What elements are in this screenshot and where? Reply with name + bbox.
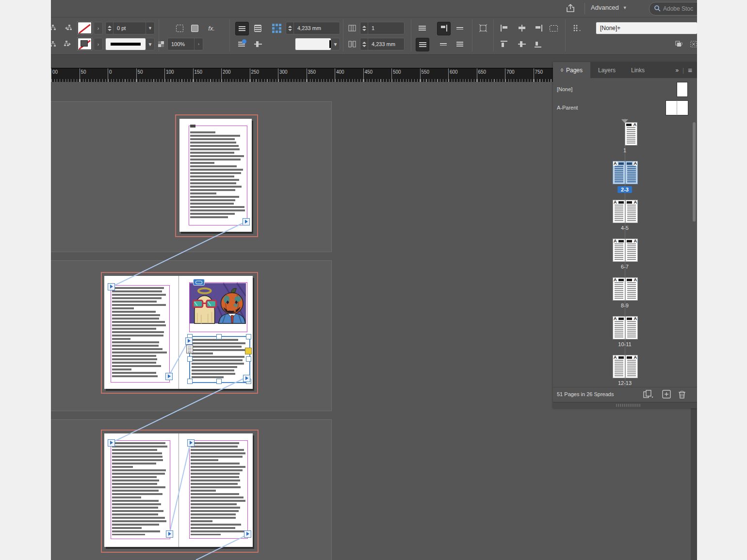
page-thumbnail[interactable]: A xyxy=(613,239,625,262)
stroke-options-button[interactable]: › xyxy=(94,38,103,50)
frame-fitting-icon[interactable] xyxy=(477,22,489,34)
spread-label[interactable]: 8-9 xyxy=(621,303,629,308)
frame-corner-icon[interactable] xyxy=(173,22,186,34)
text-frame-page-3[interactable] xyxy=(192,339,246,379)
page-thumbnail[interactable]: A xyxy=(613,355,625,378)
swatch-preview-chevron[interactable]: ▼ xyxy=(331,38,340,50)
page-thumbnail[interactable]: A xyxy=(625,122,637,145)
columns-stepper[interactable] xyxy=(360,22,368,34)
image-frame[interactable] xyxy=(189,282,247,332)
drop-shadow-icon[interactable] xyxy=(188,22,201,34)
page-thumbnail[interactable]: A xyxy=(625,200,638,223)
y-offset-stepper[interactable] xyxy=(286,22,294,34)
stroke-weight-field[interactable]: 0 pt ▼ xyxy=(105,22,155,34)
align-middle-vertical-icon[interactable] xyxy=(516,38,528,50)
out-port[interactable] xyxy=(244,530,251,538)
spread-label[interactable]: 12-13 xyxy=(618,380,632,386)
panel-menu-icon[interactable]: ≡ xyxy=(688,66,692,74)
selection-handle[interactable] xyxy=(216,334,222,339)
page-thumbnail[interactable]: A xyxy=(625,239,638,262)
small-text-frame[interactable] xyxy=(190,125,195,128)
parent-a-left-thumbnail[interactable] xyxy=(666,100,677,115)
spread-row-4-5[interactable]: AA4-5 xyxy=(553,196,691,235)
parent-a-right-thumbnail[interactable] xyxy=(677,100,688,115)
no-text-wrap-icon[interactable] xyxy=(235,22,249,35)
stroke-swatch-none[interactable] xyxy=(78,38,92,50)
effects-fx-icon[interactable]: fx. xyxy=(205,22,218,34)
break-link-to-style-icon[interactable] xyxy=(687,38,697,50)
stroke-weight-stepper[interactable] xyxy=(106,22,114,34)
selection-handle[interactable] xyxy=(246,356,251,362)
spread-label[interactable]: 10-11 xyxy=(618,341,631,347)
corner-radius-handle[interactable] xyxy=(245,348,252,354)
numbered-list-icon[interactable] xyxy=(416,38,429,51)
align-left-icon[interactable] xyxy=(498,22,511,34)
adobe-stock-search[interactable]: Adobe Stoc xyxy=(649,2,697,16)
spread-row-6-7[interactable]: AA6-7 xyxy=(553,235,691,273)
page-thumbnail[interactable]: A xyxy=(613,200,625,223)
share-icon[interactable] xyxy=(565,3,576,16)
workspace-switcher[interactable]: Advanced ▼ xyxy=(591,4,627,11)
horizontal-ruler[interactable]: 0050050100150200250300350400450500550600… xyxy=(51,68,553,82)
gutter-field[interactable]: 4,233 mm xyxy=(360,38,405,50)
panel-resize-grip[interactable] xyxy=(553,402,697,408)
selection-handle[interactable] xyxy=(216,379,222,384)
selection-handle[interactable] xyxy=(246,334,251,339)
tab-links[interactable]: Links xyxy=(623,62,652,78)
in-port[interactable] xyxy=(185,337,193,345)
reference-point-proxy[interactable] xyxy=(270,22,283,34)
parent-row-a-parent[interactable]: A-Parent xyxy=(553,99,697,117)
clear-overrides-icon[interactable] xyxy=(673,38,685,50)
link-badge-icon[interactable] xyxy=(193,279,205,286)
page-thumbnail[interactable]: A xyxy=(613,161,625,184)
align-top-edge-icon[interactable] xyxy=(454,22,466,34)
page-thumbnail[interactable]: A xyxy=(613,316,625,339)
wrap-around-object-icon[interactable] xyxy=(235,38,248,50)
text-frame-page-4[interactable] xyxy=(112,442,167,535)
edit-page-size-icon[interactable] xyxy=(643,390,653,400)
tab-layers[interactable]: Layers xyxy=(590,62,623,78)
text-frame-page-1[interactable] xyxy=(190,131,245,222)
spread-row-1[interactable]: A1 xyxy=(553,118,691,157)
chevron-down-icon[interactable]: ▼ xyxy=(146,22,154,34)
tab-pages[interactable]: ◊Pages xyxy=(553,62,590,78)
in-port[interactable] xyxy=(108,283,115,290)
spread-label[interactable]: 4-5 xyxy=(621,225,629,231)
in-port[interactable] xyxy=(108,439,115,447)
out-port[interactable] xyxy=(243,375,250,382)
align-top-icon[interactable] xyxy=(498,38,511,50)
select-container-icon[interactable] xyxy=(51,22,59,34)
vertical-justify-center-icon[interactable] xyxy=(437,38,450,50)
spread-label[interactable]: 6-7 xyxy=(621,264,629,270)
page-thumbnail[interactable]: A xyxy=(625,161,638,184)
spread-row-10-11[interactable]: AA10-11 xyxy=(553,312,691,351)
spread-label[interactable]: 2-3 xyxy=(617,186,632,193)
page-thumbnail[interactable]: A xyxy=(625,277,638,301)
page-thumbnail[interactable]: A xyxy=(625,355,638,378)
out-port[interactable] xyxy=(166,530,173,538)
panel-overflow-icon[interactable]: » xyxy=(675,67,679,74)
select-next-object-icon[interactable] xyxy=(62,38,74,50)
selection-handle[interactable] xyxy=(187,379,193,384)
text-frame-page-5[interactable] xyxy=(191,442,245,535)
gutter-stepper[interactable] xyxy=(360,38,368,50)
delete-page-icon[interactable] xyxy=(678,390,686,400)
wrap-around-bounding-box-icon[interactable] xyxy=(251,22,264,34)
panel-scrollbar[interactable] xyxy=(692,118,696,387)
jump-object-icon[interactable] xyxy=(251,38,264,50)
spread-label[interactable]: 1 xyxy=(623,147,626,153)
select-content-icon[interactable] xyxy=(51,38,59,50)
align-center-horizontal-icon[interactable] xyxy=(516,22,528,34)
swatch-preview-dropdown[interactable] xyxy=(295,38,331,50)
scrollbar-thumb[interactable] xyxy=(693,122,696,222)
page-thumbnail[interactable]: A xyxy=(613,277,625,301)
out-port[interactable] xyxy=(243,218,250,225)
in-port[interactable] xyxy=(187,439,195,447)
create-new-page-icon[interactable] xyxy=(662,390,671,400)
spread-row-8-9[interactable]: AA8-9 xyxy=(553,273,691,312)
spread-row-2-3[interactable]: AA2-3 xyxy=(553,157,691,196)
stroke-style-chevron[interactable]: ▼ xyxy=(146,38,155,50)
text-frame-page-2[interactable] xyxy=(112,287,167,379)
object-style-field[interactable]: [None]+ xyxy=(596,22,697,34)
columns-count-field[interactable]: 1 xyxy=(360,22,405,34)
